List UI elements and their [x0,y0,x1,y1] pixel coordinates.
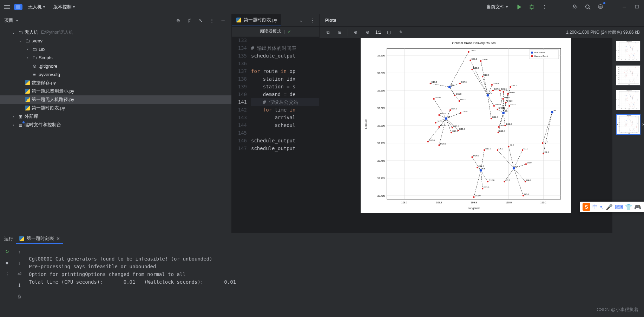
tree-item-external-libs[interactable]: › ⊞ 外部库 [0,112,231,121]
svg-point-107 [477,167,478,168]
svg-text:D46.0: D46.0 [507,100,513,102]
tab-options-button[interactable]: ⋮ [308,16,316,25]
tree-item-scratches[interactable]: › ≣ 临时文件和控制台 [0,121,231,129]
zoom-in-button[interactable]: ⊕ [351,28,360,36]
svg-point-1003 [626,120,627,121]
ime-keyboard-icon[interactable]: ⌨ [615,204,623,210]
svg-point-606 [636,67,636,68]
zoom-out-button[interactable]: ⊖ [363,28,372,36]
run-file-tab[interactable]: 第一题时刻表 ✕ [16,234,63,244]
print-button[interactable]: ⎙ [15,292,24,301]
tree-item-file4[interactable]: 第一题时刻表.py [0,104,231,112]
code-with-me-button[interactable] [571,3,579,11]
ime-mic-icon[interactable]: 🎤 [606,204,613,210]
svg-text:D10.0: D10.0 [630,53,631,54]
tree-root[interactable]: ⌄ 🗀 无人机 E:\Python\无人机 [0,28,231,36]
rerun-button[interactable]: ↻ [3,247,11,256]
code-editor[interactable]: 133134135 136137138 139140141 142143144 … [232,36,319,233]
edit-button[interactable]: ✎ [397,28,405,36]
svg-text:S6: S6 [626,99,626,99]
tree-item-venv[interactable]: ⌄ 🗀 .venv [0,36,231,45]
tree-item-file1[interactable]: 数据保存.py [0,79,231,87]
svg-point-191 [480,169,482,172]
run-button[interactable] [515,3,523,11]
run-options-button[interactable]: ⋮ [3,270,11,278]
maximize-button[interactable]: ☐ [633,3,641,11]
stop-button[interactable]: ■ [3,258,11,267]
close-icon[interactable]: ✕ [56,236,60,241]
chevron-down-icon[interactable]: ⌄ [297,16,305,25]
project-menu[interactable]: 无人机 ▾ [25,2,48,12]
fit-button[interactable]: ▢ [385,28,393,36]
minimize-button[interactable]: ─ [620,3,629,11]
plot-thumbnail[interactable]: 109.7109.8109.9110.0110.132.70032.72532.… [616,65,640,86]
ime-lang[interactable]: 中 [592,203,598,211]
panel-options-button[interactable]: ⋮ [208,16,216,25]
plot-viewport[interactable]: 109.7109.8109.9110.0110.132.70032.72532.… [320,38,612,233]
svg-text:109.9: 109.9 [629,59,630,60]
vcs-menu[interactable]: 版本控制 ▾ [51,2,78,12]
up-icon[interactable]: ↑ [15,247,24,256]
hide-panel-button[interactable]: ─ [219,16,227,25]
ime-punct-icon[interactable]: •, [600,204,604,210]
run-output[interactable]: Cgl0000I Cut generators found to be infe… [25,244,644,317]
main-menu-button[interactable] [3,3,11,11]
plot-thumbnail[interactable]: ✕109.7109.8109.9110.0110.132.70032.72532… [616,114,640,135]
down-icon[interactable]: ↓ [15,258,24,267]
grid-icon[interactable]: ⊞ [336,28,344,36]
svg-point-159 [459,83,461,84]
ime-toolbox-icon[interactable]: 🎮 [634,204,641,210]
svg-text:110.0: 110.0 [632,133,633,133]
svg-line-444 [633,80,635,83]
svg-line-38 [544,112,552,154]
tree-item-scripts[interactable]: › 🗀 Scripts [0,53,231,62]
plot-thumbnail[interactable]: 109.7109.8109.9110.0110.132.70032.72532.… [616,41,640,61]
current-file-label: 当前文件 [486,4,505,10]
svg-text:D10.0: D10.0 [485,148,491,150]
project-chip[interactable] [14,4,22,10]
tree-item-file3[interactable]: 第一题无人机路径.py [0,95,231,104]
chevron-down-icon[interactable]: ▾ [16,19,18,22]
select-opened-file-button[interactable]: ⊕ [174,16,182,25]
ime-toolbar[interactable]: S 中 •, 🎤 ⌨ 👕 🎮 [580,202,644,212]
zoom-level[interactable]: 1:1 [375,30,381,35]
tree-label: .gitignore [39,63,57,69]
more-button[interactable]: ⋮ [540,3,548,11]
svg-text:D6.0: D6.0 [635,83,636,83]
search-button[interactable] [584,3,592,11]
svg-text:S2: S2 [633,129,634,129]
svg-point-394 [632,49,633,50]
code-content[interactable]: # 输出具体的时间表 schedule_output for route in … [251,36,319,233]
run-config-menu[interactable]: 当前文件 ▾ [484,2,511,12]
svg-text:D16.0: D16.0 [429,139,435,141]
plot-thumbnail[interactable]: 109.7109.8109.9110.0110.132.70032.72532.… [616,90,640,110]
svg-line-664 [626,99,627,100]
svg-text:32.750: 32.750 [618,79,619,80]
svg-line-74 [446,119,458,130]
svg-point-109 [487,181,488,182]
svg-text:109.7: 109.7 [621,84,622,84]
settings-button[interactable] [596,3,605,11]
collapse-all-button[interactable]: ⤡ [196,16,205,25]
debug-button[interactable] [527,3,536,11]
close-icon[interactable]: ✕ [642,122,644,127]
svg-text:D31.0: D31.0 [629,68,630,68]
editor-tab[interactable]: 第一题时刻表.py [232,14,281,26]
svg-text:D15.0: D15.0 [629,59,630,59]
crop-icon[interactable]: ⧉ [324,28,332,36]
svg-text:S6: S6 [626,123,626,124]
run-tab[interactable]: 运行 [4,236,13,242]
reader-mode-label[interactable]: 阅读器模式 [260,28,281,34]
soft-wrap-button[interactable]: ⏎ [15,270,24,278]
tree-item-gitignore[interactable]: ⊘ .gitignore [0,62,231,70]
tree-item-file2[interactable]: 第一题总费用最小.py [0,87,231,95]
expand-all-button[interactable]: ⇵ [185,16,193,25]
tree-item-lib[interactable]: › 🗀 Lib [0,45,231,53]
tree-item-pyvenv[interactable]: ≡ pyvenv.cfg [0,70,231,79]
svg-text:D45.0: D45.0 [632,47,633,48]
scroll-to-end-button[interactable]: ⤓ [15,281,24,289]
ime-skin-icon[interactable]: 👕 [625,204,632,210]
svg-text:110.0: 110.0 [506,201,512,204]
svg-line-447 [633,78,634,80]
svg-line-262 [626,50,627,51]
